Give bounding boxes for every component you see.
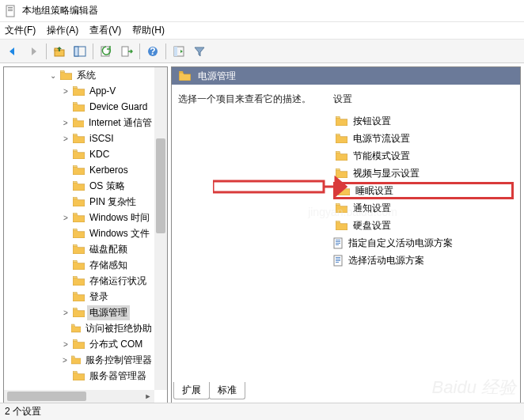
folder-icon xyxy=(73,276,85,286)
scrollbar-thumb[interactable] xyxy=(7,392,86,401)
expand-icon[interactable]: > xyxy=(61,134,70,143)
folder-icon xyxy=(336,116,347,126)
horizontal-scrollbar[interactable]: ◄► xyxy=(4,390,154,403)
folder-icon xyxy=(336,221,347,230)
setting-item[interactable]: 电源节流设置 xyxy=(333,130,514,147)
policy-icon xyxy=(333,255,345,267)
tree-node[interactable]: >Windows 时间 xyxy=(4,210,154,225)
svg-rect-21 xyxy=(336,259,340,259)
tree-node[interactable]: >服务控制管理器 xyxy=(4,352,154,368)
setting-item[interactable]: 指定自定义活动电源方案 xyxy=(333,234,514,252)
separator xyxy=(93,44,93,59)
svg-rect-15 xyxy=(336,240,340,240)
tree-node[interactable]: >App-V xyxy=(4,83,154,99)
tree-node[interactable]: >磁盘配额 xyxy=(4,241,154,257)
tree-node[interactable]: >PIN 复杂性 xyxy=(4,194,154,210)
tree-label: 访问被拒绝协助 xyxy=(83,321,154,336)
filter-button[interactable] xyxy=(190,42,209,61)
setting-label: 硬盘设置 xyxy=(353,219,391,233)
tree-node[interactable]: >OS 策略 xyxy=(4,178,154,194)
tree-node[interactable]: >KDC xyxy=(4,146,154,162)
menubar: 文件(F) 操作(A) 查看(V) 帮助(H) xyxy=(0,22,524,40)
tab-extended[interactable]: 扩展 xyxy=(173,382,210,399)
back-button[interactable] xyxy=(3,42,22,61)
setting-item[interactable]: 视频与显示设置 xyxy=(333,165,514,182)
vertical-scrollbar[interactable] xyxy=(154,67,167,390)
tree-label: 服务控制管理器 xyxy=(83,353,154,368)
expand-icon[interactable]: > xyxy=(61,119,70,127)
folder-icon xyxy=(336,151,347,161)
tree-node[interactable]: >Windows 文件 xyxy=(4,225,154,241)
tree-node[interactable]: >分布式 COM xyxy=(4,336,154,352)
tree-node[interactable]: >存储感知 xyxy=(4,257,154,273)
menu-help[interactable]: 帮助(H) xyxy=(132,24,165,37)
expand-icon[interactable]: > xyxy=(61,308,70,317)
show-hide-tree-button[interactable] xyxy=(70,42,89,61)
tree-node[interactable]: >电源管理 xyxy=(4,305,154,320)
expand-icon[interactable]: > xyxy=(61,87,70,96)
setting-item[interactable]: 睡眠设置 xyxy=(333,182,514,199)
scrollbar-thumb[interactable] xyxy=(156,138,165,233)
tree-node-system[interactable]: ⌄系统 xyxy=(4,67,154,83)
folder-icon xyxy=(73,197,85,206)
menu-view[interactable]: 查看(V) xyxy=(89,24,121,37)
svg-rect-7 xyxy=(74,47,78,56)
setting-label: 按钮设置 xyxy=(353,115,391,128)
tree-node[interactable]: >登录 xyxy=(4,289,154,305)
folder-icon xyxy=(73,308,85,317)
setting-item[interactable]: 节能模式设置 xyxy=(333,147,514,165)
setting-item[interactable]: 选择活动电源方案 xyxy=(333,252,514,269)
svg-rect-22 xyxy=(336,260,340,261)
tree-label: Windows 文件 xyxy=(87,226,152,241)
expand-icon[interactable]: > xyxy=(61,214,70,222)
forward-button[interactable] xyxy=(24,42,43,61)
tree-label: Windows 时间 xyxy=(87,210,152,225)
export-button[interactable] xyxy=(117,42,136,61)
svg-rect-18 xyxy=(336,244,339,245)
folder-icon xyxy=(73,244,85,254)
folder-icon xyxy=(73,181,85,191)
setting-item[interactable]: 通知设置 xyxy=(333,199,514,217)
svg-rect-20 xyxy=(336,257,340,258)
svg-rect-3 xyxy=(8,10,13,11)
properties-button[interactable] xyxy=(169,42,188,61)
folder-icon xyxy=(73,102,85,112)
svg-rect-17 xyxy=(336,243,340,244)
tree-node[interactable]: >iSCSI xyxy=(4,131,154,146)
tab-standard[interactable]: 标准 xyxy=(209,382,245,399)
tree-label: 电源管理 xyxy=(87,305,130,320)
tree-node[interactable]: >Kerberos xyxy=(4,162,154,178)
folder-icon xyxy=(73,260,85,270)
tree-label: PIN 复杂性 xyxy=(87,195,139,210)
tree-node[interactable]: >服务器管理器 xyxy=(4,368,154,384)
status-text: 2 个设置 xyxy=(5,405,41,418)
tree-node[interactable]: >Internet 通信管 xyxy=(4,115,154,131)
tree-label: App-V xyxy=(87,85,118,97)
help-button[interactable]: ? xyxy=(143,42,162,61)
statusbar: 2 个设置 xyxy=(0,403,524,420)
tree-label: iSCSI xyxy=(87,132,116,145)
setting-item[interactable]: 按钮设置 xyxy=(333,112,514,130)
tree-node[interactable]: >存储运行状况 xyxy=(4,273,154,289)
tree-label: 存储感知 xyxy=(87,258,130,273)
details-pane: 电源管理 选择一个项目来查看它的描述。 设置 按钮设置电源节流设置节能模式设置视… xyxy=(171,66,521,403)
svg-text:?: ? xyxy=(150,46,155,57)
tree-label: OS 策略 xyxy=(87,179,127,194)
setting-item[interactable]: 硬盘设置 xyxy=(333,217,514,234)
expand-icon[interactable]: > xyxy=(61,340,70,349)
folder-icon xyxy=(73,134,85,143)
titlebar: 本地组策略编辑器 xyxy=(0,0,524,22)
expand-icon[interactable]: > xyxy=(61,356,69,365)
details-header: 电源管理 xyxy=(172,67,520,85)
tree-node[interactable]: >访问被拒绝协助 xyxy=(4,320,154,336)
collapse-icon[interactable]: ⌄ xyxy=(48,71,58,80)
menu-file[interactable]: 文件(F) xyxy=(5,24,36,37)
setting-label: 节能模式设置 xyxy=(353,149,410,163)
refresh-button[interactable] xyxy=(97,42,116,61)
tree-label: 分布式 COM xyxy=(87,337,145,352)
tree-node[interactable]: >Device Guard xyxy=(4,99,154,115)
folder-icon xyxy=(73,292,85,301)
tree-label: 系统 xyxy=(74,68,98,83)
up-button[interactable] xyxy=(50,42,69,61)
menu-action[interactable]: 操作(A) xyxy=(47,24,78,37)
